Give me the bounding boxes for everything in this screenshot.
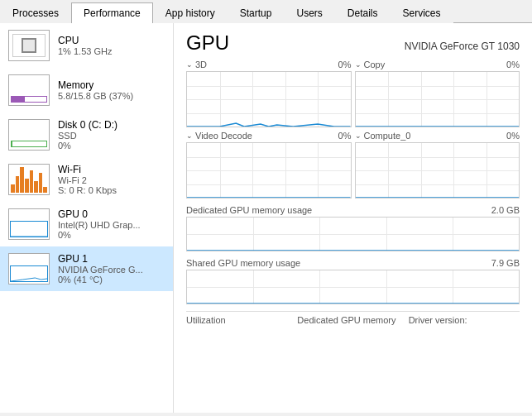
graph-video-decode: ⌄ Video Decode 0% <box>186 131 352 198</box>
tab-details[interactable]: Details <box>335 2 391 23</box>
dedicated-memory-section: Dedicated GPU memory usage 2.0 GB <box>186 205 520 251</box>
gpu-header: GPU NVIDIA GeForce GT 1030 <box>186 31 520 55</box>
cpu-label: CPU <box>58 35 112 46</box>
gpu1-usage: 0% (41 °C) <box>58 275 143 285</box>
sidebar-item-gpu0[interactable]: GPU 0 Intel(R) UHD Grap... 0% <box>0 202 173 246</box>
shared-memory-graph <box>186 270 520 304</box>
gpu0-label: GPU 0 <box>58 208 141 220</box>
sidebar-item-cpu[interactable]: CPU 1% 1.53 GHz <box>0 23 173 68</box>
graph-compute0-box <box>355 142 520 198</box>
wifi-network: Wi-Fi 2 <box>58 175 117 185</box>
gpu1-model: NVIDIA GeForce G... <box>58 265 143 275</box>
shared-memory-value: 7.9 GB <box>491 258 520 268</box>
graph-copy-box <box>355 71 520 127</box>
graph-3d-label: 3D <box>195 60 207 69</box>
graph-3d: ⌄ 3D 0% <box>186 60 352 127</box>
tab-startup[interactable]: Startup <box>228 2 285 23</box>
graph-compute0-percent: 0% <box>506 131 520 141</box>
disk-label: Disk 0 (C: D:) <box>58 119 117 131</box>
sidebar-item-memory[interactable]: Memory 5.8/15.8 GB (37%) <box>0 68 173 112</box>
graph-copy-percent: 0% <box>506 60 520 69</box>
sidebar-item-wifi[interactable]: Wi-Fi Wi-Fi 2 S: 0 R: 0 Kbps <box>0 157 173 202</box>
disk-type: SSD <box>58 131 117 141</box>
tab-processes[interactable]: Processes <box>0 2 71 23</box>
wifi-label: Wi-Fi <box>58 164 117 175</box>
graph-3d-percent: 0% <box>338 60 352 69</box>
bottom-driver: Driver version: <box>409 315 520 325</box>
dedicated-memory-value: 2.0 GB <box>491 205 520 215</box>
graph-vdecode-label: Video Decode <box>195 131 252 141</box>
cpu-icon <box>8 30 50 61</box>
memory-label: Memory <box>58 79 133 91</box>
tab-services[interactable]: Services <box>391 2 453 23</box>
tab-bar: Processes Performance App history Startu… <box>0 0 532 23</box>
gpu0-model: Intel(R) UHD Grap... <box>58 220 141 230</box>
tab-users[interactable]: Users <box>284 2 334 23</box>
cpu-usage: 1% 1.53 GHz <box>58 46 112 56</box>
shared-memory-section: Shared GPU memory usage 7.9 GB <box>186 258 520 304</box>
sidebar-item-gpu1[interactable]: GPU 1 NVIDIA GeForce G... 0% (41 °C) <box>0 246 173 291</box>
shared-memory-label: Shared GPU memory usage <box>186 258 300 268</box>
graphs-grid: ⌄ 3D 0% <box>186 60 520 198</box>
memory-icon <box>8 74 50 106</box>
wifi-speed: S: 0 R: 0 Kbps <box>58 185 117 195</box>
wifi-icon <box>8 164 50 195</box>
sidebar: CPU 1% 1.53 GHz Memory 5.8/15.8 GB (37%) <box>0 23 174 413</box>
chevron-3d-icon: ⌄ <box>186 60 193 69</box>
chevron-vdecode-icon: ⌄ <box>186 131 193 140</box>
dedicated-memory-graph <box>186 217 520 251</box>
tab-performance[interactable]: Performance <box>71 2 153 23</box>
graph-vdecode-percent: 0% <box>338 131 352 141</box>
bottom-utilization: Utilization <box>186 315 297 325</box>
chevron-compute0-icon: ⌄ <box>355 131 362 140</box>
bottom-bar: Utilization Dedicated GPU memory Driver … <box>186 311 520 325</box>
tab-app-history[interactable]: App history <box>153 2 228 23</box>
graph-compute0-label: Compute_0 <box>364 131 411 141</box>
disk-usage: 0% <box>58 141 117 151</box>
gpu1-label: GPU 1 <box>58 253 143 265</box>
graph-vdecode-box <box>186 142 352 198</box>
graph-compute0: ⌄ Compute_0 0% <box>355 131 520 198</box>
graph-copy-label: Copy <box>364 60 386 69</box>
disk-icon <box>8 119 50 151</box>
sidebar-item-disk[interactable]: Disk 0 (C: D:) SSD 0% <box>0 112 173 157</box>
graph-copy: ⌄ Copy 0% <box>355 60 520 127</box>
main-content: CPU 1% 1.53 GHz Memory 5.8/15.8 GB (37%) <box>0 23 532 413</box>
gpu0-icon <box>8 208 50 240</box>
dedicated-memory-label: Dedicated GPU memory usage <box>186 205 312 215</box>
gpu0-usage: 0% <box>58 230 141 240</box>
right-panel: GPU NVIDIA GeForce GT 1030 ⌄ 3D 0% <box>174 23 532 413</box>
gpu-title: GPU <box>186 31 229 55</box>
graph-3d-box <box>186 71 352 127</box>
gpu1-icon <box>8 253 50 285</box>
bottom-dedicated-memory: Dedicated GPU memory <box>297 315 408 325</box>
gpu-model: NVIDIA GeForce GT 1030 <box>405 41 520 52</box>
chevron-copy-icon: ⌄ <box>355 60 362 69</box>
memory-usage: 5.8/15.8 GB (37%) <box>58 91 133 101</box>
